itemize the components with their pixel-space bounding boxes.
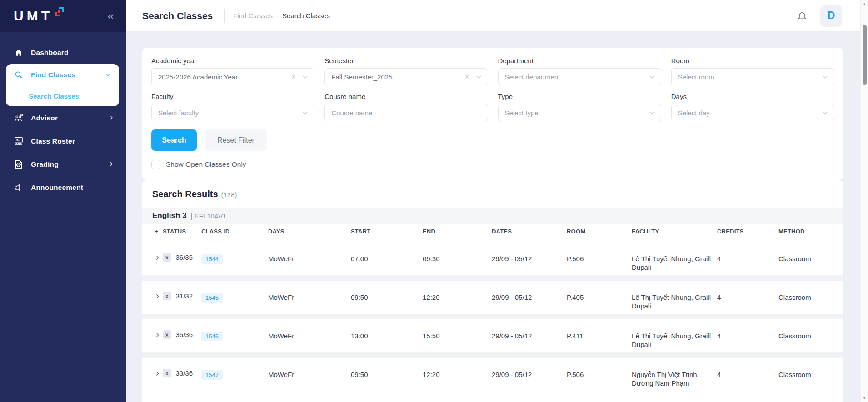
sidebar: UMT « Dashboard	[0, 0, 126, 402]
days-cell: MoWeFr	[268, 332, 351, 340]
checkbox-label: Show Open Classes Only	[166, 160, 246, 169]
scrollbar-down-arrow[interactable]: ▼	[861, 396, 868, 400]
chevron-down-icon	[475, 74, 482, 80]
end-cell: 09:30	[423, 254, 492, 263]
seats-count: 35/36	[176, 330, 193, 339]
sidebar-item-grading[interactable]: A+ Grading	[0, 153, 126, 176]
class-id-badge[interactable]: 1544	[201, 254, 223, 264]
page-title: Search Classes	[142, 10, 213, 21]
filter-field-days: Days Select day	[671, 93, 834, 121]
sidebar-subitem-label: Search Classes	[29, 92, 79, 100]
start-cell: 07:00	[351, 254, 423, 263]
course-name: English 3	[152, 211, 187, 220]
credits-cell: 4	[717, 293, 778, 302]
svg-text:A+: A+	[17, 163, 21, 166]
show-open-classes-checkbox[interactable]	[151, 160, 160, 169]
table-row: x 35/36 1546 MoWeFr 13:00 15:50 29/09 - …	[142, 319, 843, 358]
end-cell: 12:20	[423, 370, 492, 379]
field-label: Department	[498, 57, 661, 65]
method-cell: Classroom	[778, 332, 843, 340]
class-id-badge[interactable]: 1545	[201, 293, 223, 303]
search-button[interactable]: Search	[151, 129, 197, 151]
chevron-right-icon	[109, 114, 114, 122]
seats-count: 36/36	[176, 253, 193, 262]
column-header-credits: CREDITS	[717, 228, 778, 235]
avatar[interactable]: D	[820, 5, 842, 27]
row-expand-chevron-icon[interactable]	[155, 254, 163, 263]
select-value: 2025-2026 Academic Year	[158, 73, 291, 81]
select-placeholder: Select department	[505, 73, 649, 81]
bell-icon[interactable]	[797, 10, 808, 21]
filter-field-room: Room Select room	[671, 57, 834, 85]
chevron-down-icon	[105, 71, 111, 79]
sidebar-item-find-classes[interactable]: Find Classes	[6, 64, 119, 86]
clear-icon[interactable]: ✕	[291, 73, 297, 80]
scrollbar-thumb[interactable]	[863, 25, 867, 85]
faculty-cell: Nguyễn Thị Việt Trinh, Dương Nam Phạm	[632, 370, 717, 387]
reset-filter-button[interactable]: Reset Filter	[205, 129, 267, 151]
select-value: Fall Semester_2025	[331, 73, 464, 81]
end-cell: 15:50	[423, 332, 492, 340]
expand-all-header[interactable]: +	[155, 228, 163, 235]
results-rows: x 36/36 1544 MoWeFr 07:00 09:30 29/09 - …	[142, 242, 843, 394]
search-icon	[14, 70, 24, 80]
breadcrumb-parent[interactable]: Find Classes	[233, 12, 273, 20]
sidebar-collapse-button[interactable]: «	[108, 10, 114, 22]
column-header-method: METHOD	[778, 228, 843, 235]
results-count: (128)	[221, 191, 237, 199]
filter-field-academic-year: Academic year 2025-2026 Academic Year ✕	[151, 57, 314, 85]
vertical-scrollbar[interactable]: ▲ ▼	[860, 0, 868, 402]
status-cell: x 31/32	[163, 292, 201, 300]
field-label: Room	[671, 57, 834, 65]
days-cell: MoWeFr	[268, 254, 351, 263]
sidebar-item-announcement[interactable]: Announcement	[0, 176, 126, 199]
filter-actions: Search Reset Filter	[151, 129, 834, 151]
class-id-badge[interactable]: 1546	[201, 332, 223, 341]
sidebar-menu: Dashboard Find Classes Search Classes	[0, 32, 126, 199]
filter-field-department: Department Select department	[498, 57, 661, 85]
sidebar-item-class-roster[interactable]: Class Roster	[0, 129, 126, 153]
scrollbar-up-arrow[interactable]: ▲	[861, 2, 868, 6]
clear-icon[interactable]: ✕	[464, 73, 470, 80]
filter-field-type: Type Select type	[498, 93, 661, 121]
row-expand-chevron-icon[interactable]	[155, 331, 163, 340]
sidebar-header: UMT «	[0, 0, 126, 32]
course-name-input[interactable]	[324, 104, 488, 121]
field-label: Cousre name	[324, 93, 488, 100]
chevron-down-icon	[649, 74, 655, 80]
faculty-select[interactable]: Select faculty	[151, 104, 314, 121]
start-cell: 09:50	[351, 370, 423, 379]
credits-cell: 4	[717, 370, 778, 379]
column-header-room: ROOM	[567, 228, 632, 235]
course-code: | EFL104V1	[191, 212, 227, 220]
semester-select[interactable]: Fall Semester_2025 ✕	[324, 68, 488, 85]
field-label: Academic year	[151, 57, 314, 65]
select-placeholder: Select room	[678, 73, 822, 81]
breadcrumb: Find Classes - Search Classes	[233, 12, 330, 20]
row-expand-chevron-icon[interactable]	[155, 370, 163, 378]
filter-field-faculty: Faculty Select faculty	[151, 93, 314, 121]
column-header-end: END	[423, 228, 492, 235]
class-id-cell: 1545	[201, 293, 268, 303]
table-row: x 33/36 1547 MoWeFr 09:50 12:20 29/09 - …	[142, 358, 843, 394]
announcement-icon	[14, 183, 24, 193]
days-select[interactable]: Select day	[671, 104, 834, 121]
method-cell: Classroom	[778, 254, 843, 263]
class-id-badge[interactable]: 1547	[201, 370, 223, 380]
sidebar-item-search-classes[interactable]: Search Classes	[6, 86, 119, 106]
row-expand-chevron-icon[interactable]	[155, 293, 163, 301]
department-select[interactable]: Select department	[498, 68, 661, 85]
dates-cell: 29/09 - 05/12	[492, 254, 567, 263]
sidebar-item-dashboard[interactable]: Dashboard	[0, 41, 126, 64]
room-select[interactable]: Select room	[671, 68, 834, 85]
select-placeholder: Select type	[505, 109, 649, 117]
chevron-down-icon	[302, 109, 309, 116]
type-select[interactable]: Select type	[498, 104, 661, 121]
status-cell: x 33/36	[163, 369, 201, 377]
table-row: x 31/32 1545 MoWeFr 09:50 12:20 29/09 - …	[142, 281, 843, 319]
academic-year-select[interactable]: 2025-2026 Academic Year ✕	[151, 68, 314, 85]
sidebar-item-advisor[interactable]: Advisor	[0, 106, 126, 129]
filter-panel: Academic year 2025-2026 Academic Year ✕ …	[142, 48, 843, 180]
start-cell: 13:00	[351, 332, 423, 340]
days-cell: MoWeFr	[268, 293, 351, 302]
